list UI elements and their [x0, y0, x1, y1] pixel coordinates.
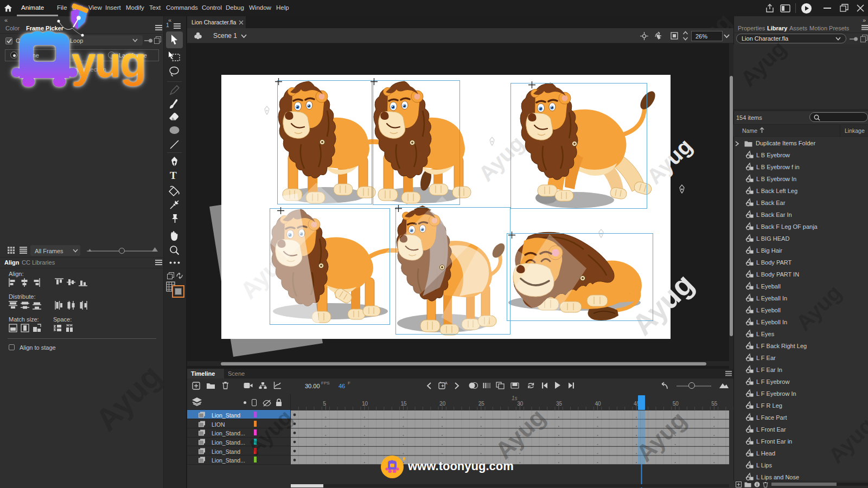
svg-text:35: 35: [556, 401, 563, 407]
svg-text:10: 10: [362, 401, 368, 407]
svg-text:1s: 1s: [512, 395, 518, 401]
svg-text:25: 25: [478, 401, 485, 407]
svg-text:40: 40: [595, 401, 602, 407]
svg-text:50: 50: [673, 401, 679, 407]
svg-text:30: 30: [517, 401, 524, 407]
svg-text:55: 55: [711, 401, 718, 407]
svg-text:20: 20: [439, 401, 446, 407]
svg-text:5: 5: [323, 401, 326, 407]
svg-text:15: 15: [401, 401, 407, 407]
svg-text:yug: yug: [72, 38, 145, 86]
svg-text:A: A: [445, 381, 448, 385]
